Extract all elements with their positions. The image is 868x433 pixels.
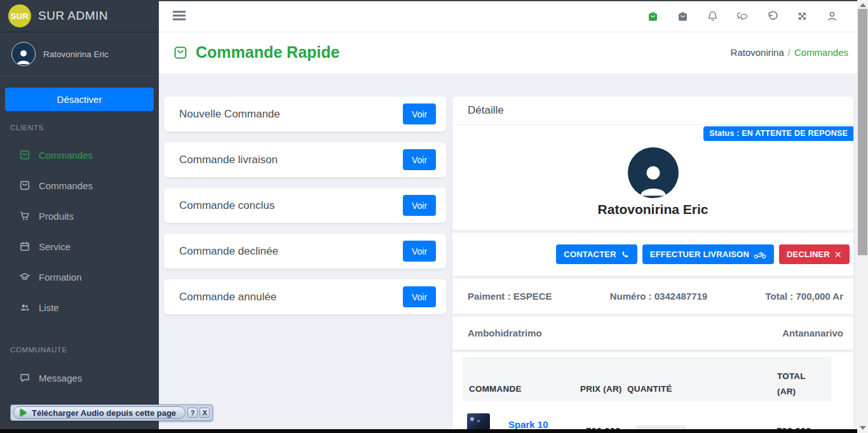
- page-title-band: Commande Rapide Ratovonirina/Commandes: [159, 32, 857, 74]
- chat-icon: [19, 372, 31, 383]
- x-icon: ✕: [834, 250, 842, 260]
- order-card-label: Commande livraison: [179, 154, 278, 166]
- archive-icon: [19, 180, 31, 191]
- breadcrumb-parent: Ratovonirina: [731, 47, 784, 58]
- voir-button[interactable]: Voir: [403, 195, 436, 216]
- order-card-conclus: Commande conclus Voir: [164, 188, 446, 223]
- audio-download-toolbar: Télécharger Audio depuis cette page ? X: [10, 404, 213, 421]
- calendar-icon: [19, 241, 31, 252]
- breadcrumb: Ratovonirina/Commandes: [731, 47, 848, 58]
- effectuer-livraison-button[interactable]: EFFECTUER LIVRAISON: [642, 244, 774, 264]
- orders-bag-green-icon[interactable]: [646, 10, 659, 23]
- brand-logo: SUR: [8, 4, 31, 27]
- order-card-label: Commande annulée: [179, 291, 276, 303]
- window-top-edge: [159, 0, 857, 1]
- order-total: Total : 700,000 Ar: [765, 291, 843, 302]
- taskbar-edge: [0, 429, 857, 433]
- decliner-button[interactable]: DECLINER ✕: [779, 244, 850, 264]
- brand[interactable]: SUR SUR ADMIN: [0, 0, 159, 32]
- sidebar-section-clients: CLIENTS: [10, 124, 44, 131]
- phone-number: Numéro : 0342487719: [552, 291, 766, 302]
- col-prix: PRIX (AR): [580, 384, 622, 394]
- order-table-header: COMMANDE PRIX (AR) QUANTITÉ TOTAL (AR): [463, 357, 831, 401]
- top-header: [159, 0, 857, 32]
- sidebar-item-service[interactable]: Service: [0, 234, 159, 259]
- graduation-icon: [19, 271, 31, 283]
- sidebar-item-produits[interactable]: Produits: [0, 203, 159, 229]
- sidebar: SUR SUR ADMIN Ratovonirina Eric Désactiv…: [0, 0, 159, 433]
- decliner-label: DECLINER: [787, 250, 830, 259]
- sidebar-item-label: Service: [39, 241, 71, 252]
- sidebar-item-liste[interactable]: Liste: [0, 295, 159, 320]
- status-badge: Status : EN ATTENTE DE REPONSE: [703, 126, 853, 141]
- address-row: Ambohidratrimo Antananarivo: [452, 317, 853, 349]
- voir-button[interactable]: Voir: [403, 286, 436, 307]
- account-user-icon[interactable]: [825, 10, 838, 23]
- order-card-label: Commande conclus: [179, 199, 275, 212]
- contacter-label: CONTACTER: [564, 250, 616, 259]
- divider: [452, 349, 853, 352]
- detail-title: Détaille: [452, 97, 853, 125]
- orders-bag-gray-icon[interactable]: [676, 10, 689, 23]
- sidebar-item-formation[interactable]: Formation: [0, 264, 159, 290]
- sidebar-user-name: Ratovonirina Eric: [43, 50, 109, 59]
- scroll-down-icon[interactable]: [860, 426, 866, 430]
- cart-icon: [19, 210, 31, 222]
- livraison-label: EFFECTUER LIVRAISON: [650, 250, 749, 259]
- audio-toolbar-label: Télécharger Audio depuis cette page: [32, 408, 176, 418]
- undo-icon[interactable]: [766, 10, 778, 23]
- audio-download-button[interactable]: Télécharger Audio depuis cette page: [13, 406, 186, 419]
- col-total: TOTAL (AR): [777, 369, 810, 399]
- play-icon: [20, 409, 27, 416]
- scrollbar-thumb[interactable]: [858, 9, 867, 255]
- sidebar-item-label: Commandes: [39, 150, 93, 161]
- page-title: Commande Rapide: [173, 43, 339, 62]
- customer-name: Ratovonirina Eric: [452, 202, 853, 217]
- sidebar-section-communaute: COMMUNAUTE: [10, 346, 67, 354]
- app-root: SUR SUR ADMIN Ratovonirina Eric Désactiv…: [0, 0, 868, 433]
- archive-icon: [173, 45, 188, 60]
- customer-avatar-icon: [628, 147, 679, 198]
- payment-info-row: Paiment : ESPECE Numéro : 0342487719 Tot…: [452, 279, 853, 314]
- sidebar-item-messages[interactable]: Messages: [0, 365, 159, 390]
- breadcrumb-separator: /: [788, 47, 790, 58]
- sidebar-item-label: Liste: [39, 302, 59, 313]
- fullscreen-icon[interactable]: [796, 10, 808, 23]
- detail-actions: CONTACTER EFFECTUER LIVRAISON DECLINER ✕: [452, 233, 853, 276]
- archive-icon: [19, 149, 31, 161]
- col-commande: COMMANDE: [469, 384, 522, 394]
- product-link[interactable]: Spark 10: [508, 419, 548, 430]
- sidebar-item-commandes-active[interactable]: Commandes: [0, 142, 159, 168]
- header-icons: [646, 0, 838, 32]
- order-card-nouvelle: Nouvelle Commande Voir: [164, 97, 446, 131]
- audio-help-button[interactable]: ?: [187, 408, 198, 418]
- contacter-button[interactable]: CONTACTER: [556, 244, 637, 264]
- order-card-label: Commande declinée: [179, 245, 278, 258]
- detail-panel: Détaille Status : EN ATTENTE DE REPONSE …: [452, 97, 853, 433]
- audio-close-button[interactable]: X: [200, 408, 210, 418]
- phone-icon: [621, 250, 630, 259]
- bell-icon[interactable]: [706, 10, 719, 23]
- sidebar-item-label: Formation: [39, 272, 82, 283]
- breadcrumb-current[interactable]: Commandes: [794, 47, 848, 58]
- district: Ambohidratrimo: [468, 328, 542, 338]
- sidebar-item-commandes[interactable]: Commandes: [0, 173, 159, 198]
- payment-method: Paiment : ESPECE: [468, 291, 552, 302]
- order-card-declinee: Commande declinée Voir: [164, 234, 446, 269]
- voir-button[interactable]: Voir: [403, 103, 436, 124]
- vertical-scrollbar[interactable]: [857, 0, 868, 433]
- deactivate-button[interactable]: Désactiver: [5, 88, 154, 111]
- motorcycle-icon: [754, 250, 766, 259]
- city: Antananarivo: [542, 328, 843, 338]
- sidebar-item-label: Messages: [39, 373, 82, 383]
- order-card-annulee: Commande annulée Voir: [164, 279, 446, 314]
- order-card-label: Nouvelle Commande: [179, 108, 280, 121]
- voir-button[interactable]: Voir: [403, 241, 436, 262]
- menu-toggle-icon[interactable]: [173, 11, 186, 22]
- users-icon: [19, 302, 31, 313]
- sidebar-user[interactable]: Ratovonirina Eric: [0, 32, 159, 76]
- chat-bubbles-icon[interactable]: [736, 10, 749, 23]
- voir-button[interactable]: Voir: [403, 149, 436, 170]
- scroll-up-icon[interactable]: [860, 3, 866, 7]
- user-avatar-icon: [11, 42, 36, 66]
